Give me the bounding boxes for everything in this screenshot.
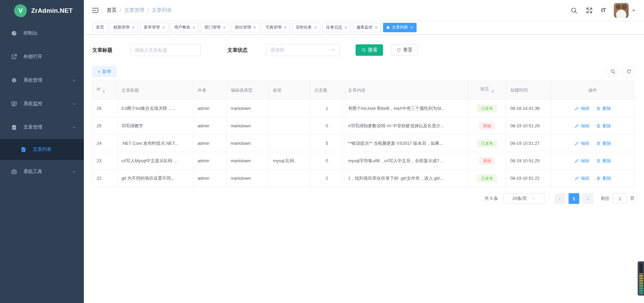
- refresh-icon: [626, 69, 632, 74]
- page-size-select[interactable]: 20条/页: [503, 193, 544, 204]
- chevron-down-icon: [531, 197, 536, 201]
- sidebar-collapse-icon[interactable]: [91, 6, 99, 14]
- sidebar-item-console[interactable]: 控制台: [0, 21, 84, 45]
- sidebar-item-system-monitor[interactable]: 系统监控: [0, 92, 84, 116]
- search-button[interactable]: 搜索: [356, 44, 383, 56]
- cell-title: .NET Core 发布时提示.NET...: [117, 135, 194, 152]
- scroll-meter-widget: [638, 261, 644, 296]
- table-tools: [607, 66, 635, 77]
- edit-button[interactable]: 编辑: [574, 105, 589, 112]
- tab-article-list[interactable]: 文章列表×: [383, 23, 417, 32]
- sidebar: V ZrAdmin.NET 控制台 外部打开 系统管理 系统监控 文章管理: [0, 0, 84, 303]
- show-search-button[interactable]: [607, 66, 619, 77]
- column-header-hits: 点击量: [310, 81, 344, 100]
- close-icon[interactable]: ×: [132, 25, 135, 30]
- next-page-button[interactable]: ›: [583, 193, 593, 204]
- tab-service-monitor[interactable]: 服务监控×: [353, 23, 381, 32]
- cell-status: 草稿: [468, 117, 506, 135]
- delete-button[interactable]: 删除: [596, 175, 611, 181]
- chevron-down-icon: [72, 170, 76, 174]
- column-header-title: 文章标题: [117, 81, 194, 100]
- add-button[interactable]: + 新增: [92, 67, 116, 77]
- add-button-label: 新增: [102, 69, 111, 75]
- tab-dictionary[interactable]: 字典管理×: [262, 23, 290, 32]
- cell-created: 08-19 10:51:27: [506, 135, 551, 152]
- search-icon: [610, 69, 615, 74]
- font-size-icon[interactable]: tT: [601, 7, 606, 14]
- search-icon[interactable]: [570, 7, 578, 14]
- pagination: 共 5 条 20条/页 ‹ 1 › 前往 页: [92, 193, 635, 204]
- close-icon[interactable]: ×: [253, 25, 256, 30]
- close-icon[interactable]: ×: [223, 25, 226, 30]
- article-status-select[interactable]: 请选择: [266, 44, 340, 56]
- tab-menu[interactable]: 菜单管理×: [140, 23, 169, 32]
- cell-author: admin: [193, 117, 226, 135]
- chevron-down-icon: [72, 78, 76, 83]
- trash-icon: [596, 141, 601, 146]
- breadcrumb-home[interactable]: 首页: [107, 7, 117, 13]
- article-title-input[interactable]: [130, 44, 201, 56]
- refresh-button[interactable]: [623, 66, 635, 77]
- sidebar-item-label: 外部打开: [23, 54, 76, 60]
- close-icon[interactable]: ×: [162, 25, 165, 30]
- select-placeholder: 请选择: [270, 47, 284, 53]
- breadcrumb-separator: /: [120, 7, 121, 13]
- navbar: 首页 / 文章管理 / 文章列表 tT: [84, 0, 644, 20]
- logo-icon: V: [14, 4, 27, 17]
- main-area: 首页 / 文章管理 / 文章列表 tT 首页 权限管理× 菜单管理× 用户角色×…: [84, 0, 644, 303]
- sort-icon[interactable]: [102, 88, 105, 94]
- cell-actions: 编辑 删除: [551, 100, 635, 117]
- tab-post[interactable]: 岗位管理×: [231, 23, 260, 32]
- cell-tags: [269, 117, 310, 135]
- close-icon[interactable]: ×: [193, 25, 195, 30]
- tab-label: 定时任务: [296, 25, 312, 30]
- sort-icon[interactable]: [491, 88, 494, 94]
- delete-button[interactable]: 删除: [596, 123, 611, 129]
- breadcrumb-article-management[interactable]: 文章管理: [124, 7, 144, 13]
- tab-task-log[interactable]: 任务日志×: [322, 23, 351, 32]
- tab-label: 字典管理: [265, 25, 281, 30]
- tab-permission[interactable]: 权限管理×: [110, 23, 138, 32]
- user-menu[interactable]: [614, 3, 635, 18]
- close-icon[interactable]: ×: [375, 25, 378, 30]
- dashboard-icon: [11, 30, 17, 36]
- column-header-editor: 编辑器类型: [226, 81, 269, 100]
- cell-content: **错误提示** 当电脑更新 VS2017 版本后，如果...: [344, 135, 468, 152]
- sidebar-item-system-tools[interactable]: 系统工具: [0, 160, 84, 183]
- sidebar-item-external[interactable]: 外部打开: [0, 45, 84, 69]
- page-size-value: 20条/页: [512, 196, 527, 202]
- edit-button[interactable]: 编辑: [574, 123, 589, 129]
- avatar[interactable]: [614, 3, 629, 18]
- reset-button[interactable]: 重置: [391, 44, 418, 56]
- page-content: 文章标题 文章状态 请选择 搜索 重置 + 新增: [84, 35, 644, 204]
- page-number-current[interactable]: 1: [569, 193, 579, 204]
- delete-button[interactable]: 删除: [596, 140, 611, 146]
- document-icon: [20, 146, 26, 153]
- close-icon[interactable]: ×: [410, 25, 413, 30]
- tab-home[interactable]: 首页: [92, 23, 108, 32]
- status-badge: 草稿: [479, 122, 495, 130]
- close-icon[interactable]: ×: [284, 25, 286, 30]
- sidebar-item-article-list[interactable]: 文章列表: [0, 139, 84, 160]
- goto-page-input[interactable]: [612, 193, 627, 204]
- prev-page-button[interactable]: ‹: [554, 193, 565, 204]
- tab-user-role[interactable]: 用户角色×: [170, 23, 199, 32]
- delete-button[interactable]: 删除: [596, 158, 611, 164]
- caret-down-icon[interactable]: [632, 10, 635, 13]
- app-logo[interactable]: V ZrAdmin.NET: [0, 0, 84, 21]
- column-header-content: 文章内容: [344, 81, 468, 100]
- edit-button[interactable]: 编辑: [574, 175, 589, 181]
- tab-scheduled-task[interactable]: 定时任务×: [292, 23, 321, 32]
- edit-button[interactable]: 编辑: [574, 140, 589, 146]
- external-link-icon: [11, 54, 17, 60]
- close-icon[interactable]: ×: [314, 25, 317, 30]
- tab-department[interactable]: 部门管理×: [201, 23, 229, 32]
- fullscreen-icon[interactable]: [586, 7, 593, 14]
- sidebar-item-system-management[interactable]: 系统管理: [0, 69, 84, 92]
- delete-button[interactable]: 删除: [596, 105, 611, 112]
- trash-icon: [596, 176, 601, 181]
- sidebar-item-article-management[interactable]: 文章管理: [0, 116, 84, 139]
- edit-button[interactable]: 编辑: [574, 158, 589, 164]
- close-icon[interactable]: ×: [344, 25, 347, 30]
- pager: ‹ 1 ›: [554, 193, 593, 204]
